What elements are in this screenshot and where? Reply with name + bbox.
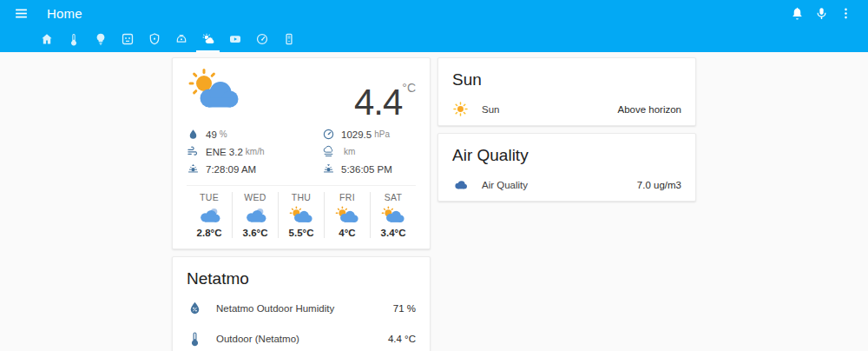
tab-media[interactable] (221, 26, 248, 52)
microphone-icon[interactable] (809, 3, 833, 23)
partly-sunny-icon (381, 206, 405, 224)
entity-row-netatmo-humidity[interactable]: Netatmo Outdoor Humidity 71 % (173, 294, 430, 324)
netatmo-card: Netatmo Netatmo Outdoor Humidity 71 % Ou… (172, 256, 431, 351)
partly-sunny-icon (335, 206, 359, 224)
humidity-attribute: 49% (187, 127, 265, 142)
weather-partly-cloudy-icon (201, 32, 215, 46)
tab-server[interactable] (275, 26, 302, 52)
home-icon (40, 32, 54, 46)
forecast-row: TUE 2.8°C WED 3.6°C THU 5.5°C (187, 185, 416, 238)
hamburger-menu-icon[interactable] (10, 3, 31, 23)
lightbulb-icon (94, 32, 108, 46)
cloud-icon (452, 176, 469, 193)
gauge-icon (255, 32, 269, 46)
sunrise-icon (187, 162, 200, 176)
partly-sunny-icon (289, 206, 313, 224)
sun-icon (452, 101, 469, 117)
view-tabs (0, 26, 868, 52)
forecast-day: SAT 3.4°C (370, 192, 416, 238)
entity-row-air-quality[interactable]: Air Quality 7.0 ug/m3 (438, 170, 695, 201)
air-quality-card: Air Quality Air Quality 7.0 ug/m3 (437, 133, 696, 202)
thermometer-icon (67, 32, 81, 46)
page-title: Home (47, 6, 82, 21)
tab-weather[interactable] (194, 26, 221, 52)
more-vert-icon[interactable] (833, 3, 858, 23)
weather-card[interactable]: 4.4°C 49% ENE 3.2km/h (172, 57, 431, 249)
partly-cloudy-icon (187, 69, 242, 109)
cloudy-icon (243, 206, 267, 224)
power-socket-icon (121, 32, 135, 46)
pressure-attribute: 1029.5hPa (322, 127, 416, 142)
security-shield-icon (148, 32, 161, 46)
visibility-fog-icon (322, 145, 335, 158)
forecast-day: THU 5.5°C (278, 192, 324, 238)
tab-thermostat[interactable] (60, 26, 87, 52)
entity-row-sun[interactable]: Sun Above horizon (438, 95, 695, 125)
wind-icon (187, 145, 200, 158)
app-header: Home (0, 0, 868, 26)
sunrise-attribute: 7:28:09 AM (187, 162, 265, 176)
entity-row-outdoor-temperature[interactable]: Outdoor (Netatmo) 4.4 °C (173, 324, 430, 351)
card-title: Air Quality (438, 134, 695, 170)
lovelace-view: 4.4°C 49% ENE 3.2km/h (0, 52, 868, 351)
server-icon (282, 32, 296, 46)
sun-card: Sun Sun Above horizon (437, 57, 696, 126)
wind-attribute: ENE 3.2km/h (187, 144, 265, 159)
sunset-icon (322, 162, 335, 176)
media-play-icon (228, 32, 242, 46)
forecast-day: TUE 2.8°C (187, 192, 232, 238)
tab-switches[interactable] (114, 26, 141, 52)
forecast-day: FRI 4°C (324, 192, 370, 238)
thermometer-icon (187, 330, 203, 347)
dome-camera-icon (174, 32, 188, 46)
tab-lights[interactable] (87, 26, 114, 52)
cloudy-icon (197, 206, 221, 224)
forecast-day: WED 3.6°C (232, 192, 278, 238)
notifications-bell-icon[interactable] (785, 3, 809, 23)
tab-security[interactable] (141, 26, 168, 52)
visibility-attribute: km (322, 144, 416, 159)
tab-home[interactable] (33, 26, 60, 52)
current-temperature: 4.4°C (354, 69, 416, 122)
humidity-icon (187, 128, 200, 141)
pressure-gauge-icon (322, 128, 335, 141)
card-title: Netatmo (173, 257, 430, 294)
sunset-attribute: 5:36:05 PM (322, 162, 416, 176)
humidity-icon (187, 300, 203, 316)
tab-vacuum[interactable] (168, 26, 194, 52)
tab-sensors[interactable] (248, 26, 275, 52)
card-title: Sun (438, 58, 695, 95)
